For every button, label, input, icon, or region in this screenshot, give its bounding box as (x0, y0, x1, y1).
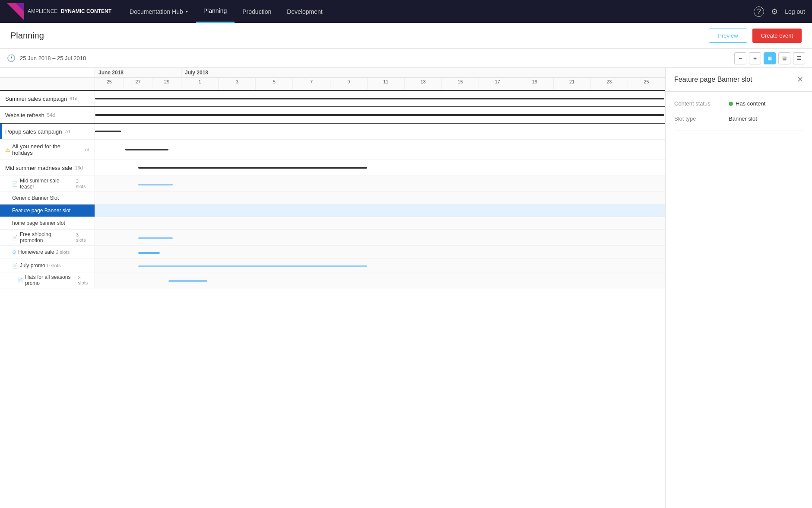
brand-suffix: DYNAMIC CONTENT (61, 8, 111, 14)
logout-btn[interactable]: Log out (785, 8, 805, 15)
panel-field-content-status: Content status Has content (674, 100, 803, 107)
july-bar (138, 265, 367, 267)
popup-bar (95, 131, 121, 132)
homeware-bar (138, 252, 160, 254)
panel-field-slot-type: Slot type Banner slot (674, 115, 803, 122)
field-value-text-status: Has content (736, 100, 765, 107)
campaign-timeline-shipping (95, 230, 665, 245)
campaign-timeline-hats (95, 272, 665, 288)
slot-row-feature[interactable]: Feature page Banner slot (0, 204, 665, 217)
date-cell-17: 17 (479, 78, 516, 90)
teaser-bar (138, 184, 173, 185)
brand-logo (7, 3, 24, 20)
campaign-timeline-holidays (95, 140, 665, 160)
slot-timeline-generic (95, 192, 665, 204)
gantt-dates-row: 25 27 29 1 3 5 7 9 11 13 15 17 19 21 23 … (0, 78, 665, 91)
gantt-label-spacer (0, 68, 95, 77)
clock-icon: 🕐 (7, 54, 16, 62)
campaign-row-summer[interactable]: Summer sales campaign 61d (0, 91, 665, 107)
midsummer-bar (138, 167, 367, 169)
date-controls: − + ▦ ▤ ☰ (734, 52, 805, 64)
panel-close-button[interactable]: ✕ (797, 75, 803, 84)
campaign-row-website[interactable]: Website refresh 54d (0, 107, 665, 124)
nav-label-docs: Documentation Hub (130, 8, 183, 15)
date-cell-15: 15 (442, 78, 479, 90)
doc-icon-teaser: 📄 (12, 181, 18, 187)
campaign-row-popup[interactable]: Popup sales campaign 7d (0, 124, 665, 140)
page-title: Planning (10, 31, 44, 41)
view-mode-2-button[interactable]: ▤ (778, 52, 790, 64)
slot-timeline-homepage (95, 217, 665, 229)
campaign-timeline-teaser (95, 176, 665, 192)
gantt-month-header: June 2018 July 2018 (0, 68, 665, 78)
campaign-label-popup: Popup sales campaign 7d (0, 124, 95, 139)
date-range-text: 25 Jun 2018 – 25 Jul 2018 (20, 55, 86, 61)
zoom-in-button[interactable]: + (749, 52, 761, 64)
brand-prefix: AMPLIENCE (28, 8, 57, 14)
date-cell-29: 29 (152, 78, 181, 90)
left-indicator (0, 124, 2, 139)
campaign-timeline-july (95, 259, 665, 272)
campaign-row-holidays[interactable]: ⚠ All you need for the holidays 7d (0, 140, 665, 160)
zoom-out-button[interactable]: − (734, 52, 746, 64)
duration-midsummer: 16d (75, 165, 82, 170)
campaign-row-shipping[interactable]: 📄 Free shipping promotion 3 slots (0, 230, 665, 246)
slot-row-homepage[interactable]: home page banner slot (0, 217, 665, 230)
campaign-row-hats[interactable]: 📄 Hats for all seasons promo 3 slots (0, 272, 665, 288)
date-cell-25: 25 (95, 78, 124, 90)
view-mode-1-button[interactable]: ▦ (764, 52, 776, 64)
panel-header: Feature page Banner slot ✕ (666, 68, 812, 92)
nav-item-planning[interactable]: Planning (196, 0, 235, 23)
nav-items: Documentation Hub ▾ Planning Production … (122, 0, 754, 23)
create-event-button[interactable]: Create event (752, 29, 802, 43)
campaign-label-hats: 📄 Hats for all seasons promo 3 slots (0, 272, 95, 288)
date-cell-1: 1 (181, 78, 219, 90)
field-label-content-status: Content status (674, 100, 722, 107)
panel-title: Feature page Banner slot (674, 76, 752, 83)
view-mode-3-button[interactable]: ☰ (793, 52, 805, 64)
campaign-label-july: 📄 July promo 0 slots (0, 259, 95, 272)
warning-icon: ⚠ (5, 147, 10, 153)
date-cell-9: 9 (330, 78, 368, 90)
summer-bar (95, 98, 664, 99)
nav-label-production: Production (242, 8, 271, 15)
campaign-timeline-summer (95, 91, 665, 106)
nav-label-development: Development (287, 8, 323, 15)
duration-popup: 7d (65, 129, 70, 134)
campaign-label-teaser: 📄 Mid summer sale teaser 3 slots (0, 176, 95, 192)
slot-timeline-feature (95, 204, 665, 217)
brand-name: AMPLIENCE DYNAMIC CONTENT (28, 8, 111, 15)
date-cell-19: 19 (516, 78, 553, 90)
gantt-area[interactable]: June 2018 July 2018 25 27 29 1 3 5 7 9 1… (0, 68, 665, 508)
hats-bar (168, 280, 207, 282)
date-cell-25b: 25 (628, 78, 665, 90)
help-icon[interactable]: ? (754, 6, 764, 17)
campaign-label-midsummer: Mid summer madness sale 16d (0, 160, 95, 176)
nav-right: ? ⚙ Log out (754, 6, 805, 17)
campaign-row-teaser[interactable]: 📄 Mid summer sale teaser 3 slots (0, 176, 665, 192)
july-dates: 1 3 5 7 9 11 13 15 17 19 21 23 25 (181, 78, 665, 90)
holidays-bar (125, 149, 168, 150)
slot-row-generic[interactable]: Generic Banner Slot (0, 192, 665, 204)
gantt-body: Summer sales campaign 61d Website refres… (0, 91, 665, 508)
campaign-row-july[interactable]: 📄 July promo 0 slots (0, 259, 665, 272)
field-value-slot-type: Banner slot (729, 115, 757, 122)
nav-item-docs-hub[interactable]: Documentation Hub ▾ (122, 0, 196, 23)
top-nav: AMPLIENCE DYNAMIC CONTENT Documentation … (0, 0, 812, 23)
brand: AMPLIENCE DYNAMIC CONTENT (7, 3, 111, 20)
campaign-label-homeware: ⊙ Homeware sale 2 slots (0, 246, 95, 259)
detail-panel: Feature page Banner slot ✕ Content statu… (665, 68, 812, 508)
date-range-bar: 🕐 25 Jun 2018 – 25 Jul 2018 − + ▦ ▤ ☰ (0, 49, 812, 68)
campaign-row-homeware[interactable]: ⊙ Homeware sale 2 slots (0, 246, 665, 259)
gantt-label-col (0, 78, 95, 90)
campaign-label-summer: Summer sales campaign 61d (0, 91, 95, 106)
preview-button[interactable]: Preview (709, 29, 747, 43)
campaign-timeline-website (95, 107, 665, 123)
nav-item-development[interactable]: Development (279, 0, 330, 23)
settings-icon[interactable]: ⚙ (771, 7, 778, 16)
header-actions: Preview Create event (709, 29, 802, 43)
campaign-row-midsummer[interactable]: Mid summer madness sale 16d (0, 160, 665, 176)
july-month-header: July 2018 (181, 68, 665, 77)
date-cell-13: 13 (405, 78, 442, 90)
nav-item-production[interactable]: Production (235, 0, 279, 23)
